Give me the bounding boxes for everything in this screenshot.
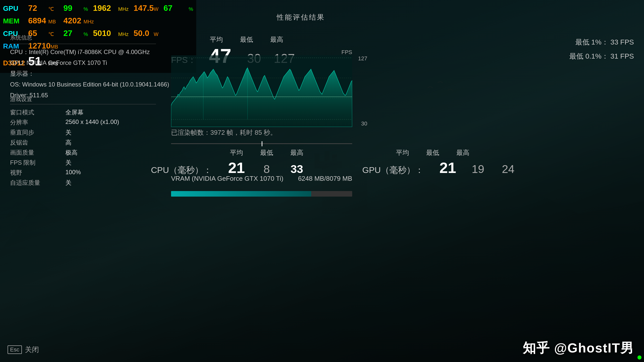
setting-quality-key: 画面质量 [10, 149, 65, 157]
hud-mem-val: 6894 [28, 15, 48, 27]
ms-gpu-min-header: 最低 [418, 148, 448, 157]
status-indicator [637, 355, 641, 359]
chart-ymax: 127 [358, 55, 367, 62]
hud-gpu-row: GPU 72℃ 99% 1962MHz 147.5W 67% [3, 2, 193, 14]
setting-aa-val: 高 [65, 139, 71, 147]
setting-window-mode-val: 全屏幕 [65, 108, 84, 116]
cpu-ms-avg: 21 [221, 159, 252, 176]
ms-max-header: 最高 [282, 148, 312, 157]
sys-os-info: OS: Windows 10 Business Edition 64-bit (… [10, 79, 169, 90]
game-settings-panel: 游戏设置 窗口模式 全屏幕 分辨率 644 x 362 (x1.00) 垂直… [10, 96, 156, 189]
gpu-ms-min: 19 [463, 163, 493, 176]
ms-cpu-row: CPU（毫秒）： 21 8 33 GPU（毫秒）： 21 19 24 [151, 159, 629, 176]
fps-chart-area: FPS 127 30 [171, 55, 352, 127]
gpu-ms-max: 24 [493, 163, 523, 176]
hud-mem-label: MEM [3, 16, 28, 26]
setting-quality-val: 极高 [65, 149, 77, 157]
hud-gpu-temp: 72 [28, 2, 48, 14]
fps-min-header: 最低 [231, 35, 262, 44]
setting-fps-limit: FPS 限制 关 [10, 159, 156, 167]
hud-gpu-vram: 67 [164, 2, 189, 14]
chart-fps-label: FPS [341, 49, 352, 56]
setting-vsync-key: 垂直同步 [10, 128, 65, 137]
setting-window-mode-key: 窗口模式 [10, 108, 65, 116]
setting-resolution: 分辨率 644 x 362 (x1.00) [10, 118, 156, 126]
close-button[interactable]: Esc 关闭 [8, 345, 39, 354]
cpu-ms-label: CPU（毫秒）： [151, 164, 221, 176]
ms-avg-header: 平均 [221, 148, 252, 157]
timeline-marker[interactable] [262, 141, 262, 146]
fps-col-headers: 平均 最低 最高 [201, 35, 347, 44]
hud-mem-unit: MB [48, 18, 58, 25]
hud-gpu-power-unit: W [154, 5, 158, 13]
ms-gpu-max-header: 最高 [448, 148, 478, 157]
setting-fov: 视野 100% [10, 169, 156, 177]
hud-gpu-vram-unit: % [189, 5, 193, 13]
setting-quality: 画面质量 极高 [10, 149, 156, 157]
pct01-val: 31 FPS [611, 52, 634, 60]
vram-total: 8079 [326, 175, 341, 182]
setting-fps-limit-val: 关 [65, 159, 71, 167]
fps-avg-header: 平均 [201, 35, 231, 44]
ms-min-header: 最低 [252, 148, 282, 157]
setting-resolution-val: 644 x 362 (x1.00) [65, 118, 119, 126]
vram-label: VRAM (NVIDIA GeForce GTX 1070 Ti) [171, 175, 283, 183]
sys-cpu-info: CPU：Intel(R) Core(TM) i7-8086K CPU @ 4.0… [10, 47, 169, 57]
sys-display-info: 显示器： [10, 68, 169, 79]
watermark: 知乎 @GhostIT男 [523, 339, 634, 357]
chart-ymin: 30 [361, 120, 367, 127]
game-settings-title: 游戏设置 [10, 96, 156, 104]
vram-bar-background [171, 191, 352, 197]
setting-adaptive: 自适应质量 关 [10, 179, 156, 187]
setting-aa: 反锯齿 高 [10, 139, 156, 147]
system-info-panel: 系统信息 CPU：Intel(R) Core(TM) i7-8086K CPU … [10, 33, 169, 101]
hud-mem-row: MEM 6894MB 4202MHz [3, 15, 193, 27]
hud-gpu-temp-unit: ℃ [48, 5, 58, 13]
vram-used: 6248 [298, 175, 313, 182]
vram-bar-fill [171, 191, 311, 197]
vram-section: VRAM (NVIDIA GeForce GTX 1070 Ti) 6248 M… [171, 175, 352, 197]
pct1-label: 最低 1%： [575, 38, 609, 46]
setting-fps-limit-key: FPS 限制 [10, 159, 65, 167]
setting-adaptive-key: 自适应质量 [10, 179, 65, 187]
pct01-label: 最低 0.1%： [569, 52, 609, 60]
fps-percentiles: 最低 1%： 33 FPS 最低 0.1%： 31 FPS [569, 35, 634, 63]
pct1-val: 33 FPS [611, 38, 634, 46]
setting-fov-val: 100% [65, 169, 81, 177]
hud-gpu-clock: 1962 [93, 2, 118, 14]
hud-gpu-usage-unit: % [84, 5, 88, 13]
hud-gpu-usage: 99 [63, 2, 84, 14]
hud-gpu-label: GPU [3, 3, 28, 14]
timeline-scrubber[interactable] [171, 143, 352, 144]
vram-values: 6248 MB/8079 MB [298, 175, 352, 183]
cpu-ms-max: 33 [282, 163, 312, 176]
setting-resolution-key: 分辨率 [10, 118, 65, 126]
esc-key-label: Esc [8, 345, 22, 354]
hud-gpu-clock-unit: MHz [118, 5, 129, 13]
ms-section: 平均 最低 最高 平均 最低 最高 CPU（毫秒）： 21 8 33 GPU（毫… [151, 148, 629, 178]
fps-chart-svg [171, 55, 352, 127]
gpu-ms-label: GPU（毫秒）： [362, 164, 433, 176]
setting-adaptive-val: 关 [65, 179, 71, 187]
ms-spacer [312, 148, 387, 157]
cpu-ms-min: 8 [252, 163, 282, 176]
fps-max-header: 最高 [262, 35, 292, 44]
pct01-row: 最低 0.1%： 31 FPS [569, 49, 634, 63]
hud-mem-clock: 4202 [63, 15, 84, 27]
hud-mem-clock-unit: MHz [84, 18, 94, 25]
close-label: 关闭 [25, 345, 39, 354]
render-info: 已渲染帧数：3972 帧，耗时 85 秒。 [171, 128, 277, 137]
hud-gpu-power: 147.5 [134, 2, 154, 14]
setting-aa-key: 反锯齿 [10, 139, 65, 147]
setting-window-mode: 窗口模式 全屏幕 [10, 108, 156, 116]
sys-info-title: 系统信息 [10, 33, 156, 44]
ms-gpu-avg-header: 平均 [387, 148, 418, 157]
perf-title: 性能评估结果 [277, 13, 325, 22]
setting-vsync: 垂直同步 关 [10, 128, 156, 137]
gpu-ms-avg: 21 [433, 159, 463, 176]
pct1-row: 最低 1%： 33 FPS [569, 35, 634, 49]
sys-gpu-info: GPU: NVIDIA GeForce GTX 1070 Ti [10, 57, 169, 68]
ms-col-headers: 平均 最低 最高 平均 最低 最高 [221, 148, 629, 157]
setting-vsync-val: 关 [65, 128, 71, 137]
setting-fov-key: 视野 [10, 169, 65, 177]
